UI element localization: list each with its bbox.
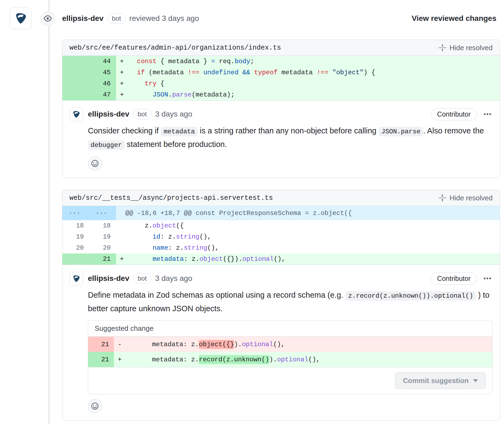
contributor-badge: Contributor — [431, 108, 477, 120]
suggested-change-title: Suggested change — [88, 320, 492, 337]
kebab-icon — [483, 274, 492, 282]
avatar[interactable] — [10, 8, 31, 29]
code-line: if (metadata !== undefined && typeof met… — [129, 69, 375, 76]
suggestion-rows: 21- metadata: z.object({}).optional(),21… — [88, 337, 492, 367]
eye-badge — [40, 11, 56, 26]
new-line-number: 45 — [89, 69, 116, 76]
comment-timestamp[interactable]: 3 days ago — [155, 110, 192, 118]
comment-author[interactable]: ellipsis-dev — [88, 110, 129, 118]
contributor-badge: Contributor — [431, 272, 477, 285]
commit-suggestion-label: Commit suggestion — [403, 377, 469, 385]
diff-sign: + — [120, 58, 129, 65]
new-line-number: 20 — [89, 244, 116, 252]
diff-row: 47+ JSON.parse(metadata); — [62, 89, 500, 100]
diff-sign: + — [114, 352, 129, 367]
suggestion-row: 21- metadata: z.object({}).optional(), — [88, 337, 492, 352]
new-line-number: 44 — [89, 58, 116, 65]
file-path-link[interactable]: web/src/__tests__/async/projects-api.ser… — [69, 194, 273, 202]
comment-main: ellipsis-dev bot 3 days ago Contributor … — [88, 272, 493, 413]
diff-row: 21+ metadata: z.object({}).optional(), — [62, 253, 500, 265]
suggestion-row: 21+ metadata: z.record(z.unknown()).opti… — [88, 352, 492, 367]
comment-menu-button[interactable] — [482, 273, 493, 284]
diff-row: 44+ const { metadata } = req.body; — [62, 56, 500, 67]
timeline-line — [49, 0, 49, 424]
bot-logo-icon — [72, 110, 81, 119]
new-line-number: 21 — [89, 255, 116, 263]
old-line-number: 19 — [62, 233, 89, 240]
review-comment: ellipsis-dev bot 3 days ago Contributor … — [62, 101, 500, 178]
review-cards: web/src/ee/features/admin-api/organizati… — [62, 40, 500, 420]
fold-icon — [439, 194, 446, 202]
suggested-change-block: Suggested change 21- metadata: z.object(… — [88, 320, 493, 394]
comment-header-actions: Contributor — [431, 272, 493, 285]
comment-main: ellipsis-dev bot 3 days ago Contributor … — [88, 108, 493, 171]
hide-resolved-label: Hide resolved — [449, 44, 493, 52]
inline-code: JSON.parse — [379, 127, 423, 136]
code-line: try { — [129, 80, 164, 87]
code-line: metadata: z.object({}).optional(), — [129, 255, 285, 263]
file-header: web/src/__tests__/async/projects-api.ser… — [62, 190, 500, 206]
add-reaction-button[interactable] — [88, 399, 102, 413]
diff-sign: - — [114, 337, 129, 352]
diff-row: 45+ if (metadata !== undefined && typeof… — [62, 67, 500, 78]
review-headline: ellipsis-dev bot reviewed 3 days ago — [62, 13, 199, 24]
kebab-icon — [483, 110, 492, 118]
hide-resolved-button[interactable]: Hide resolved — [439, 194, 493, 202]
review-author[interactable]: ellipsis-dev — [62, 14, 104, 23]
fold-icon — [439, 44, 446, 52]
commit-suggestion-button[interactable]: Commit suggestion — [395, 372, 486, 389]
hide-resolved-button[interactable]: Hide resolved — [439, 44, 493, 52]
line-number: 21 — [88, 337, 114, 352]
hide-resolved-label: Hide resolved — [449, 194, 493, 202]
inline-code: debugger — [88, 140, 125, 150]
file-review-card: web/src/__tests__/async/projects-api.ser… — [62, 190, 500, 420]
new-line-number: 18 — [89, 222, 116, 229]
diff-sign: + — [120, 80, 129, 87]
code-line: name: z.string(), — [129, 244, 219, 252]
bot-logo-icon — [13, 11, 28, 26]
diff: ······@@ -18,6 +18,7 @@ const ProjectRes… — [62, 206, 500, 265]
avatar[interactable] — [69, 108, 83, 121]
new-line-number: 19 — [89, 233, 116, 240]
comment-author[interactable]: ellipsis-dev — [88, 274, 129, 283]
review-header: ellipsis-dev bot reviewed 3 days ago Vie… — [0, 0, 504, 29]
inline-code: z.record(z.unknown()).optional() — [345, 291, 476, 301]
pr-review-timeline: ellipsis-dev bot reviewed 3 days ago Vie… — [0, 0, 504, 424]
diff-row: 2020 name: z.string(), — [62, 242, 500, 253]
view-reviewed-changes-link[interactable]: View reviewed changes — [412, 14, 496, 23]
file-review-card: web/src/ee/features/admin-api/organizati… — [62, 40, 500, 178]
diff-row: 46+ try { — [62, 78, 500, 89]
bot-badge: bot — [107, 13, 126, 24]
suggestion-footer: Commit suggestion — [88, 367, 492, 394]
expand-hunk-icon[interactable]: ··· — [62, 210, 89, 217]
code-line: metadata: z.object({}).optional(), — [129, 337, 285, 352]
code-line: JSON.parse(metadata); — [129, 91, 235, 98]
diff-row: 1919 id: z.string(), — [62, 231, 500, 242]
diff-sign: + — [120, 255, 129, 263]
line-number: 21 — [88, 352, 114, 367]
diff-sign: + — [120, 91, 129, 98]
diff-sign: + — [120, 69, 129, 76]
avatar[interactable] — [69, 272, 83, 285]
diff-row: 1818 z.object({ — [62, 220, 500, 231]
old-line-number: 18 — [62, 222, 89, 229]
add-reaction-button[interactable] — [88, 156, 102, 171]
code-line: z.object({ — [129, 222, 184, 229]
comment-header-actions: Contributor — [431, 108, 493, 120]
eye-icon — [44, 14, 52, 23]
comment-timestamp[interactable]: 3 days ago — [155, 274, 192, 283]
review-action: reviewed 3 days ago — [129, 14, 199, 23]
hunk-row: ······@@ -18,6 +18,7 @@ const ProjectRes… — [62, 206, 500, 220]
new-line-number: 46 — [89, 80, 116, 87]
code-line: id: z.string(), — [129, 233, 211, 240]
comment-body: Consider checking if metadata is a strin… — [88, 124, 493, 152]
smiley-icon — [91, 159, 99, 168]
new-line-number: 47 — [89, 91, 116, 98]
file-path-link[interactable]: web/src/ee/features/admin-api/organizati… — [69, 44, 281, 52]
bot-badge: bot — [133, 109, 151, 119]
comment-header: ellipsis-dev bot 3 days ago Contributor — [88, 272, 493, 285]
comment-header: ellipsis-dev bot 3 days ago Contributor — [88, 108, 493, 121]
comment-menu-button[interactable] — [482, 109, 493, 119]
expand-hunk-icon[interactable]: ··· — [89, 210, 116, 217]
caret-down-icon — [473, 379, 478, 382]
